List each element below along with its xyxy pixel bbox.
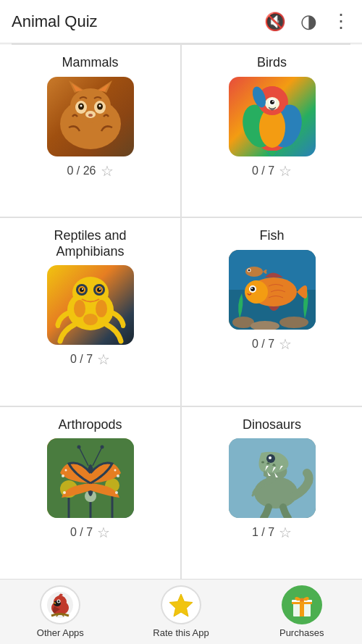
svg-point-36: [82, 288, 83, 290]
card-image-mammals: [47, 77, 134, 156]
mute-icon[interactable]: 🔇: [264, 12, 286, 32]
card-fish[interactable]: Fish: [182, 218, 362, 406]
svg-point-22: [270, 100, 274, 104]
card-image-fish: [229, 250, 316, 330]
card-score-reptiles: 0 / 7 ☆: [70, 351, 110, 368]
svg-point-44: [279, 317, 308, 328]
svg-point-35: [97, 288, 101, 292]
svg-point-67: [77, 446, 80, 449]
card-birds[interactable]: Birds: [182, 45, 362, 217]
nav-other-apps[interactable]: Other Apps: [0, 580, 121, 644]
svg-point-34: [80, 288, 84, 292]
nav-other-apps-icon: [40, 585, 80, 624]
svg-point-68: [100, 446, 104, 449]
svg-point-37: [99, 288, 101, 290]
card-title-arthropods: Arthropods: [58, 417, 122, 433]
nav-purchases[interactable]: Purchases: [241, 580, 362, 644]
app-header: Animal Quiz 🔇 ◑ ⋮: [0, 0, 362, 43]
svg-point-79: [58, 601, 60, 603]
svg-point-73: [261, 461, 264, 464]
card-title-birds: Birds: [257, 55, 287, 71]
star-icon-arthropods: ☆: [97, 524, 110, 541]
bottom-navigation: Other Apps Rate this App: [0, 579, 362, 644]
star-icon-dinosaurs: ☆: [279, 524, 292, 541]
svg-point-52: [248, 269, 250, 271]
card-dinosaurs[interactable]: Dinosaurs: [182, 407, 362, 579]
header-actions: 🔇 ◑ ⋮: [264, 10, 350, 33]
svg-point-87: [300, 598, 303, 602]
card-score-dinosaurs: 1 / 7 ☆: [252, 524, 292, 541]
svg-point-48: [251, 287, 255, 291]
card-image-arthropods: [47, 438, 134, 518]
card-mammals[interactable]: Mammals: [0, 45, 180, 217]
star-icon-mammals: ☆: [101, 162, 114, 180]
svg-point-28: [96, 300, 107, 317]
svg-point-10: [80, 104, 82, 106]
nav-rate-app[interactable]: Rate this App: [121, 580, 242, 644]
nav-purchases-icon: [282, 585, 322, 624]
card-score-mammals: 0 / 26 ☆: [67, 162, 113, 180]
card-title-mammals: Mammals: [62, 55, 118, 71]
star-icon-birds: ☆: [279, 162, 292, 180]
card-image-reptiles: [47, 265, 134, 345]
brightness-icon[interactable]: ◑: [300, 10, 317, 33]
svg-point-13: [88, 114, 93, 117]
nav-rate-app-label: Rate this App: [153, 627, 209, 638]
card-image-dinosaurs: [229, 438, 316, 518]
svg-point-46: [245, 280, 268, 304]
svg-point-39: [121, 324, 125, 328]
card-score-arthropods: 0 / 7 ☆: [70, 524, 110, 541]
nav-rate-app-icon: [161, 585, 201, 624]
svg-rect-86: [292, 602, 312, 604]
card-score-birds: 0 / 7 ☆: [252, 162, 292, 180]
svg-point-27: [74, 300, 85, 317]
card-title-dinosaurs: Dinosaurs: [243, 417, 301, 433]
app-title: Animal Quiz: [12, 12, 264, 31]
card-reptiles[interactable]: Reptiles and Amphibians: [0, 218, 180, 406]
more-options-icon[interactable]: ⋮: [332, 10, 350, 33]
svg-point-23: [272, 101, 274, 102]
svg-point-64: [114, 469, 116, 472]
svg-point-62: [64, 469, 67, 472]
nav-other-apps-label: Other Apps: [37, 627, 84, 638]
svg-point-11: [98, 104, 101, 106]
svg-point-65: [63, 491, 66, 494]
svg-point-38: [56, 324, 60, 328]
svg-point-63: [117, 474, 119, 477]
svg-marker-82: [169, 594, 193, 616]
category-grid: Mammals: [0, 45, 362, 579]
svg-point-61: [62, 474, 64, 477]
svg-point-72: [269, 456, 272, 459]
card-score-fish: 0 / 7 ☆: [252, 335, 292, 353]
svg-point-49: [251, 288, 253, 289]
card-image-birds: [229, 77, 316, 156]
svg-point-66: [115, 491, 118, 494]
card-title-reptiles: Reptiles and Amphibians: [54, 228, 126, 259]
card-title-fish: Fish: [259, 228, 284, 244]
svg-point-70: [254, 477, 298, 509]
star-icon-fish: ☆: [279, 335, 292, 353]
card-arthropods[interactable]: Arthropods: [0, 407, 180, 579]
svg-point-29: [83, 314, 98, 325]
nav-purchases-label: Purchases: [279, 627, 324, 638]
star-icon-reptiles: ☆: [97, 351, 110, 368]
